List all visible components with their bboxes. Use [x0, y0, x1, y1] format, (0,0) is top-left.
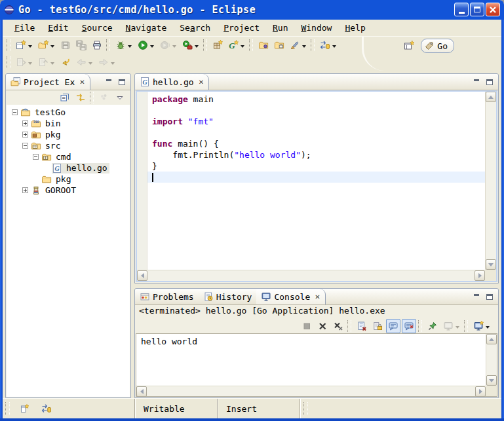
back-button[interactable] — [74, 55, 95, 69]
menu-project[interactable]: Project — [217, 21, 266, 35]
dropdown-arrow-icon[interactable] — [88, 62, 92, 67]
collapse-icon[interactable] — [12, 109, 18, 115]
scroll-left-button[interactable] — [137, 270, 147, 281]
next-annotation-button[interactable] — [14, 55, 35, 69]
dropdown-arrow-icon[interactable] — [28, 62, 32, 67]
editor-vertical-scrollbar[interactable] — [485, 92, 496, 270]
menu-search[interactable]: Search — [173, 21, 217, 35]
vertical-sash[interactable] — [131, 73, 134, 398]
toolbar-grip[interactable] — [311, 39, 315, 51]
window-close-button[interactable] — [486, 3, 500, 16]
status-grip[interactable] — [5, 402, 10, 415]
last-edit-location-button[interactable] — [58, 55, 73, 69]
tab-problems[interactable]: Problems — [135, 289, 199, 304]
console-output[interactable]: hello world — [136, 334, 486, 385]
expand-icon[interactable] — [22, 132, 28, 137]
remove-launch-button[interactable] — [315, 319, 330, 333]
previous-annotation-button[interactable] — [36, 55, 57, 69]
tab-hello-go[interactable]: G hello.go ✕ — [135, 74, 209, 90]
search-button[interactable] — [288, 38, 309, 52]
tree-item-goroot[interactable]: GOROOT — [7, 185, 130, 196]
scroll-up-button[interactable] — [486, 334, 497, 344]
console-horizontal-scrollbar[interactable] — [136, 386, 486, 396]
horizontal-sash[interactable] — [134, 284, 499, 288]
tree-item-cmd[interactable]: cmd — [7, 151, 130, 162]
tree-item-pkg[interactable]: pkg — [7, 174, 130, 185]
window-minimize-button[interactable] — [454, 3, 469, 16]
menu-help[interactable]: Help — [338, 21, 372, 35]
dropdown-arrow-icon[interactable] — [302, 45, 306, 50]
menu-window[interactable]: Window — [294, 21, 338, 35]
project-tree[interactable]: testGo010binpkgsrccmdGhello.gopkgGOROOT — [7, 105, 130, 397]
editor-horizontal-scrollbar[interactable] — [137, 270, 485, 281]
tree-item-testgo[interactable]: testGo — [7, 107, 130, 118]
dropdown-arrow-icon[interactable] — [456, 326, 459, 331]
run-button[interactable] — [136, 38, 157, 52]
link-with-editor-button[interactable] — [73, 90, 88, 105]
synchronize-status-button[interactable] — [39, 401, 54, 416]
dropdown-arrow-icon[interactable] — [50, 62, 54, 67]
scroll-lock-button[interactable] — [370, 319, 385, 333]
forward-button[interactable] — [96, 55, 117, 69]
menu-navigate[interactable]: Navigate — [119, 21, 174, 35]
dropdown-arrow-icon[interactable] — [128, 45, 132, 50]
close-console-icon[interactable]: ✕ — [315, 293, 320, 301]
expand-icon[interactable] — [22, 187, 28, 193]
menu-edit[interactable]: Edit — [41, 21, 75, 35]
menu-run[interactable]: Run — [266, 21, 294, 35]
new-project-button[interactable] — [36, 38, 57, 52]
dropdown-arrow-icon[interactable] — [172, 45, 176, 50]
maximize-editor-button[interactable] — [484, 77, 495, 87]
external-tools-button[interactable] — [180, 38, 201, 52]
fast-view-button[interactable] — [17, 401, 31, 416]
menu-file[interactable]: File — [8, 21, 41, 35]
synchronize-button[interactable] — [318, 38, 339, 52]
clear-console-button[interactable] — [355, 319, 369, 333]
console-vertical-scrollbar[interactable] — [486, 334, 497, 386]
tree-item-pkg[interactable]: pkg — [7, 129, 130, 140]
close-editor-icon[interactable]: ✕ — [199, 79, 204, 86]
open-console-button[interactable] — [471, 319, 492, 333]
minimize-console-button[interactable] — [471, 292, 482, 302]
window-maximize-button[interactable] — [470, 3, 484, 16]
open-perspective-button[interactable] — [402, 39, 416, 53]
new-go-file-button[interactable]: G — [226, 38, 247, 52]
scroll-up-button[interactable] — [486, 92, 496, 102]
dropdown-arrow-icon[interactable] — [111, 62, 115, 67]
tab-project-explorer[interactable]: Project Ex ✕ — [6, 74, 90, 90]
view-menu-button[interactable] — [97, 90, 111, 105]
new-go-package-button[interactable] — [210, 38, 225, 52]
dropdown-arrow-icon[interactable] — [28, 45, 32, 50]
expand-icon[interactable] — [22, 120, 28, 126]
remove-all-launches-button[interactable] — [331, 319, 345, 333]
window-titlebar[interactable]: Go - testGo/src/cmd/hello.go - Eclipse — [0, 0, 504, 20]
show-stderr-toggle[interactable] — [402, 319, 416, 333]
toolbar-grip[interactable] — [249, 39, 253, 51]
scroll-left-button[interactable] — [136, 386, 147, 397]
dropdown-arrow-icon[interactable] — [241, 45, 244, 50]
scroll-right-button[interactable] — [475, 270, 485, 281]
import-button[interactable] — [256, 38, 271, 52]
pin-console-button[interactable] — [425, 319, 440, 333]
debug-button[interactable] — [113, 38, 134, 52]
toolbar-grip[interactable] — [7, 39, 10, 51]
tree-item-hello-go[interactable]: Ghello.go — [7, 162, 130, 174]
toolbar-grip[interactable] — [203, 39, 207, 51]
minimize-editor-button[interactable] — [471, 77, 482, 87]
tree-item-bin[interactable]: 010bin — [7, 118, 130, 129]
scroll-right-button[interactable] — [475, 386, 486, 397]
close-explorer-icon[interactable]: ✕ — [79, 79, 85, 86]
status-grip[interactable] — [303, 402, 308, 415]
tree-item-src[interactable]: src — [7, 140, 130, 151]
scroll-down-button[interactable] — [486, 375, 497, 386]
save-all-button[interactable] — [74, 38, 88, 52]
maximize-console-button[interactable] — [484, 292, 495, 302]
dropdown-arrow-icon[interactable] — [50, 45, 54, 50]
tab-history[interactable]: History — [199, 289, 257, 304]
save-button[interactable] — [58, 38, 73, 52]
dropdown-arrow-icon[interactable] — [150, 45, 154, 50]
maximize-panel-button[interactable] — [116, 77, 127, 87]
view-menu-dropdown-button[interactable] — [113, 90, 127, 105]
show-stdout-toggle[interactable] — [386, 319, 400, 333]
run-history-button[interactable] — [158, 38, 179, 52]
